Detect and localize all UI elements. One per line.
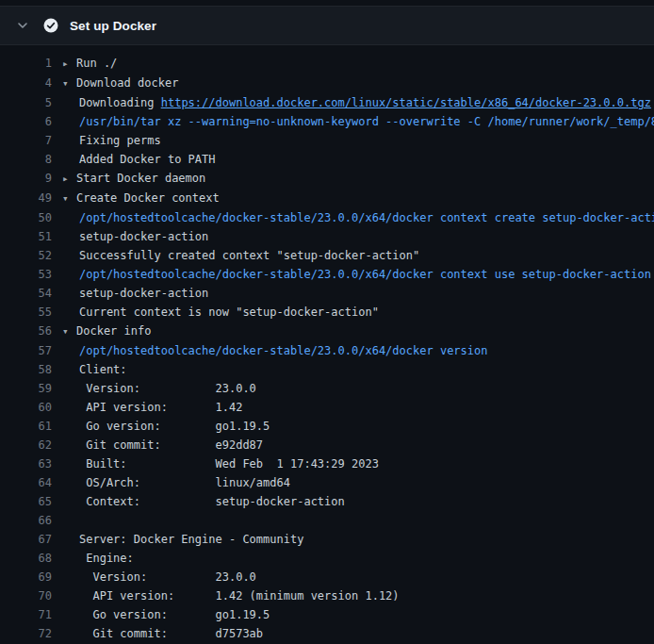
- line-content: Git commit: d7573ab: [62, 624, 263, 643]
- line-content: API version: 1.42 (minimum version 1.12): [62, 586, 400, 605]
- line-number[interactable]: 61: [0, 417, 52, 436]
- log-group-line[interactable]: 9▸Start Docker daemon: [0, 169, 654, 189]
- log-line: 70 API version: 1.42 (minimum version 1.…: [0, 586, 654, 605]
- log-line: 68 Engine:: [0, 549, 654, 568]
- group-title: Docker info: [76, 324, 151, 338]
- line-number[interactable]: 54: [0, 284, 52, 303]
- check-circle-icon: [43, 18, 58, 33]
- log-line: 71 Go version: go1.19.5: [0, 605, 654, 624]
- triangle-collapsed-icon[interactable]: ▸: [62, 55, 76, 74]
- line-number[interactable]: 70: [0, 586, 52, 605]
- line-number[interactable]: 69: [0, 568, 52, 586]
- log-line: 55Current context is now "setup-docker-a…: [0, 303, 654, 322]
- line-content: Server: Docker Engine - Community: [62, 530, 303, 549]
- line-content: Client:: [62, 360, 127, 379]
- line-number[interactable]: 51: [0, 227, 52, 246]
- line-content: setup-docker-action: [62, 284, 208, 303]
- line-number[interactable]: 71: [0, 605, 52, 624]
- line-number[interactable]: 9: [0, 169, 52, 189]
- group-title: Run ./: [76, 57, 117, 70]
- log-line: 5Downloading https://download.docker.com…: [0, 93, 654, 112]
- line-number[interactable]: 8: [0, 150, 52, 169]
- line-number[interactable]: 62: [0, 436, 52, 454]
- line-content: /opt/hostedtoolcache/docker-stable/23.0.…: [62, 341, 487, 360]
- triangle-collapsed-icon[interactable]: ▸: [62, 170, 76, 189]
- log-line: 66: [0, 511, 654, 530]
- line-number[interactable]: 72: [0, 624, 52, 643]
- triangle-expanded-icon[interactable]: ▾: [62, 190, 76, 208]
- line-number[interactable]: 6: [0, 112, 52, 131]
- line-content: Current context is now "setup-docker-act…: [62, 303, 379, 322]
- log-group-line[interactable]: 49▾Create Docker context: [0, 189, 654, 208]
- line-number[interactable]: 1: [0, 54, 52, 74]
- log-line: 58Client:: [0, 360, 654, 379]
- line-number[interactable]: 60: [0, 398, 52, 417]
- line-content: [62, 511, 79, 530]
- log-group-line[interactable]: 1▸Run ./: [0, 54, 654, 74]
- line-content: Built: Wed Feb 1 17:43:29 2023: [62, 454, 379, 473]
- log-line: 67Server: Docker Engine - Community: [0, 530, 654, 549]
- line-number[interactable]: 59: [0, 379, 52, 398]
- line-number[interactable]: 64: [0, 473, 52, 492]
- log-line: 63 Built: Wed Feb 1 17:43:29 2023: [0, 454, 654, 473]
- log-line: 6/usr/bin/tar xz --warning=no-unknown-ke…: [0, 112, 654, 131]
- line-content: Go version: go1.19.5: [62, 605, 270, 624]
- log-line: 65 Context: setup-docker-action: [0, 492, 654, 511]
- line-number[interactable]: 53: [0, 265, 52, 284]
- line-content: Downloading https://download.docker.com/…: [62, 93, 651, 112]
- line-content: ▾Docker info: [62, 322, 151, 341]
- triangle-expanded-icon[interactable]: ▾: [62, 322, 76, 341]
- line-content: ▸Run ./: [62, 54, 117, 74]
- line-content: ▾Download docker: [62, 74, 178, 93]
- log-line: 53/opt/hostedtoolcache/docker-stable/23.…: [0, 265, 654, 284]
- line-content: API version: 1.42: [62, 398, 242, 417]
- step-header[interactable]: Set up Docker: [0, 6, 654, 45]
- line-number[interactable]: 49: [0, 189, 52, 208]
- line-content: Go version: go1.19.5: [62, 417, 270, 436]
- triangle-expanded-icon[interactable]: ▾: [62, 74, 76, 93]
- log-line: 8Added Docker to PATH: [0, 150, 654, 169]
- log-line: 59 Version: 23.0.0: [0, 379, 654, 398]
- line-content: /usr/bin/tar xz --warning=no-unknown-key…: [62, 112, 654, 131]
- log-group-line[interactable]: 4▾Download docker: [0, 74, 654, 93]
- line-content: Successfully created context "setup-dock…: [62, 246, 419, 265]
- line-content: /opt/hostedtoolcache/docker-stable/23.0.…: [62, 265, 651, 284]
- line-number[interactable]: 65: [0, 492, 52, 511]
- group-title: Create Docker context: [76, 191, 220, 205]
- log-area: 1▸Run ./4▾Download docker5Downloading ht…: [0, 45, 654, 643]
- line-content: /opt/hostedtoolcache/docker-stable/23.0.…: [62, 208, 654, 227]
- line-content: setup-docker-action: [62, 227, 208, 246]
- log-line: 57/opt/hostedtoolcache/docker-stable/23.…: [0, 341, 654, 360]
- line-number[interactable]: 66: [0, 511, 52, 530]
- log-line: 64 OS/Arch: linux/amd64: [0, 473, 654, 492]
- line-number[interactable]: 55: [0, 303, 52, 322]
- line-content: Added Docker to PATH: [62, 150, 216, 169]
- line-number[interactable]: 58: [0, 360, 52, 379]
- line-number[interactable]: 57: [0, 341, 52, 360]
- log-line: 54setup-docker-action: [0, 284, 654, 303]
- line-content: Git commit: e92dd87: [62, 436, 263, 454]
- line-number[interactable]: 67: [0, 530, 52, 549]
- line-number[interactable]: 56: [0, 322, 52, 341]
- log-link[interactable]: https://download.docker.com/linux/static…: [161, 96, 651, 109]
- line-number[interactable]: 63: [0, 454, 52, 473]
- line-content: Version: 23.0.0: [62, 379, 256, 398]
- line-number[interactable]: 5: [0, 93, 52, 112]
- actions-log-viewer: Set up Docker 1▸Run ./4▾Download docker5…: [0, 6, 654, 643]
- log-group-line[interactable]: 56▾Docker info: [0, 322, 654, 341]
- line-number[interactable]: 68: [0, 549, 52, 568]
- line-number[interactable]: 50: [0, 208, 52, 227]
- step-title: Set up Docker: [70, 19, 156, 33]
- chevron-down-icon[interactable]: [15, 18, 30, 33]
- line-number[interactable]: 52: [0, 246, 52, 265]
- log-line: 61 Go version: go1.19.5: [0, 417, 654, 436]
- log-line: 50/opt/hostedtoolcache/docker-stable/23.…: [0, 208, 654, 227]
- line-number[interactable]: 7: [0, 131, 52, 150]
- line-content: Fixing perms: [62, 131, 161, 150]
- line-content: Engine:: [62, 549, 134, 568]
- line-content: Context: setup-docker-action: [62, 492, 345, 511]
- group-title: Download docker: [76, 76, 178, 90]
- line-number[interactable]: 4: [0, 74, 52, 93]
- log-line: 69 Version: 23.0.0: [0, 568, 654, 586]
- log-text: Downloading: [79, 96, 161, 109]
